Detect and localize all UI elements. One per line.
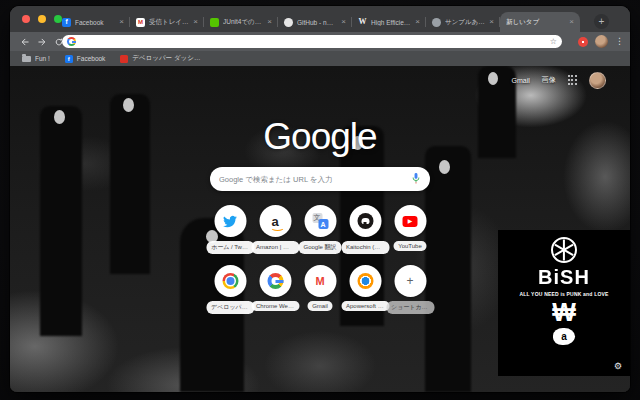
- customize-gear-icon[interactable]: ⚙: [614, 362, 622, 371]
- menu-icon[interactable]: ⋮: [615, 37, 624, 46]
- shortcut-gmail[interactable]: M Gmail: [298, 265, 343, 314]
- close-icon[interactable]: ×: [415, 18, 420, 26]
- close-icon[interactable]: ×: [267, 18, 272, 26]
- shortcut-add[interactable]: + ショートカット...: [388, 265, 433, 314]
- amazon-icon: a: [271, 215, 278, 228]
- tab-title: Facebook: [75, 19, 115, 26]
- bookmark-star-icon[interactable]: ☆: [550, 38, 557, 46]
- close-icon[interactable]: ×: [341, 18, 346, 26]
- shortcut-label: Apowersoft Fre...: [341, 301, 389, 311]
- apowersoft-icon: [357, 273, 373, 289]
- facebook-icon: f: [62, 18, 71, 27]
- tab-inbox[interactable]: M 受信トレイ (392) - Like ×: [130, 12, 204, 32]
- tab-title: GitHub - nmby/Utain: [297, 19, 337, 26]
- toolbar: ☆ ⋮: [10, 32, 630, 51]
- new-tab-button[interactable]: +: [594, 14, 609, 29]
- shortcut-label: ショートカット...: [386, 301, 434, 314]
- github-icon: [284, 18, 293, 27]
- close-icon[interactable]: ×: [569, 18, 574, 26]
- ntp-top-bar: Gmail 画像: [512, 66, 630, 94]
- shortcut-twitter[interactable]: ホーム / Twitter: [208, 205, 253, 254]
- shortcut-label: Chrome Web S...: [251, 301, 299, 311]
- github-icon: [357, 213, 373, 229]
- folder-icon: [22, 56, 31, 62]
- bookmark-facebook[interactable]: f Facebook: [65, 55, 106, 63]
- wikipedia-icon: W: [358, 18, 367, 27]
- bookmarks-bar: Fun ! f Facebook デベロッパー ダッシ…: [10, 51, 630, 66]
- shortcut-apowersoft[interactable]: Apowersoft Fre...: [343, 265, 388, 314]
- tab-wikipedia[interactable]: W High Efficiency Imag ×: [352, 12, 426, 32]
- close-icon[interactable]: ×: [489, 18, 494, 26]
- tab-title: サンプルあり！Google: [445, 18, 485, 27]
- shortcut-github[interactable]: Kaitochin (かと...: [343, 205, 388, 254]
- twitter-icon: [223, 214, 238, 229]
- minimize-window-button[interactable]: [38, 15, 46, 23]
- google-g-icon: [267, 273, 283, 289]
- tab-title: 新しいタブ: [506, 18, 565, 27]
- tab-junit[interactable]: JUnit4での例外テストの ×: [204, 12, 278, 32]
- search-box[interactable]: [210, 167, 430, 191]
- shortcut-grid: ホーム / Twitter a Amazon | 本, ... 文A Googl…: [208, 205, 433, 314]
- bookmark-label: Fun !: [35, 55, 50, 62]
- tab-title: High Efficiency Imag: [371, 19, 411, 26]
- tab-facebook[interactable]: f Facebook ×: [56, 12, 130, 32]
- omnibox[interactable]: ☆: [62, 35, 562, 48]
- tab-title: 受信トレイ (392) - Like: [149, 18, 189, 27]
- shortcut-label: YouTube: [393, 241, 427, 251]
- shortcut-google-translate[interactable]: 文A Google 翻訳: [298, 205, 343, 254]
- browser-window: f Facebook × M 受信トレイ (392) - Like × JUni…: [10, 6, 630, 392]
- a-mark-icon: a: [553, 328, 575, 345]
- shortcut-label: Amazon | 本, ...: [251, 241, 299, 254]
- address-input[interactable]: [80, 36, 546, 47]
- gmail-icon: M: [315, 276, 324, 287]
- gmail-icon: M: [136, 18, 145, 27]
- tab-new-tab[interactable]: 新しいタブ ×: [500, 12, 580, 32]
- theme-caption: ALL YOU NEED is PUNK and LOVE: [519, 291, 608, 297]
- youtube-icon: ▶: [403, 216, 418, 227]
- band-member-face: [439, 160, 450, 174]
- shortcut-chrome-web-store[interactable]: Chrome Web S...: [253, 265, 298, 314]
- shortcut-label: Google 翻訳: [298, 241, 341, 254]
- facebook-icon: f: [65, 55, 73, 63]
- close-window-button[interactable]: [22, 15, 30, 23]
- qiita-icon: [210, 18, 219, 27]
- new-tab-page: Gmail 画像 Google ホーム / Twitter: [10, 66, 630, 392]
- account-avatar[interactable]: [589, 72, 606, 89]
- bookmark-label: デベロッパー ダッシ…: [132, 54, 200, 63]
- tab-strip: f Facebook × M 受信トレイ (392) - Like × JUni…: [10, 6, 630, 32]
- plus-icon: +: [406, 275, 413, 287]
- generic-page-icon: [432, 18, 441, 27]
- shortcut-youtube[interactable]: ▶ YouTube: [388, 205, 433, 254]
- google-logo: Google: [10, 116, 630, 158]
- google-apps-icon[interactable]: [568, 75, 577, 84]
- profile-avatar[interactable]: [595, 35, 608, 48]
- tab-github[interactable]: GitHub - nmby/Utain ×: [278, 12, 352, 32]
- bookmark-developer-dashboard[interactable]: デベロッパー ダッシ…: [120, 54, 200, 63]
- chrome-icon: [222, 273, 238, 289]
- theme-logo-panel: BiSH ALL YOU NEED is PUNK and LOVE ₩ a ⚙: [498, 230, 630, 376]
- peace-wheel-icon: [551, 237, 577, 263]
- shortcut-developer[interactable]: デベロッパー ...: [208, 265, 253, 314]
- close-icon[interactable]: ×: [119, 18, 124, 26]
- band-logo: BiSH: [538, 265, 590, 288]
- images-link[interactable]: 画像: [542, 75, 556, 85]
- bookmark-folder-fun[interactable]: Fun !: [22, 55, 50, 62]
- shortcut-label: Kaitochin (かと...: [341, 241, 389, 254]
- shortcut-amazon[interactable]: a Amazon | 本, ...: [253, 205, 298, 254]
- shortcut-label: ホーム / Twitter: [206, 241, 254, 254]
- extension-icon[interactable]: [578, 37, 588, 47]
- close-icon[interactable]: ×: [193, 18, 198, 26]
- dashboard-icon: [120, 55, 128, 63]
- bookmark-label: Facebook: [77, 55, 106, 62]
- back-icon[interactable]: [18, 37, 32, 47]
- tabs: f Facebook × M 受信トレイ (392) - Like × JUni…: [56, 12, 580, 32]
- tab-sample[interactable]: サンプルあり！Google ×: [426, 12, 500, 32]
- gmail-link[interactable]: Gmail: [512, 77, 530, 84]
- band-member-face: [123, 98, 134, 112]
- tab-title: JUnit4での例外テストの: [223, 18, 263, 27]
- forward-icon[interactable]: [35, 37, 49, 47]
- microphone-icon[interactable]: [411, 170, 421, 188]
- search-input[interactable]: [219, 175, 405, 184]
- google-g-icon: [67, 37, 76, 46]
- w-mark-icon: ₩: [552, 300, 576, 325]
